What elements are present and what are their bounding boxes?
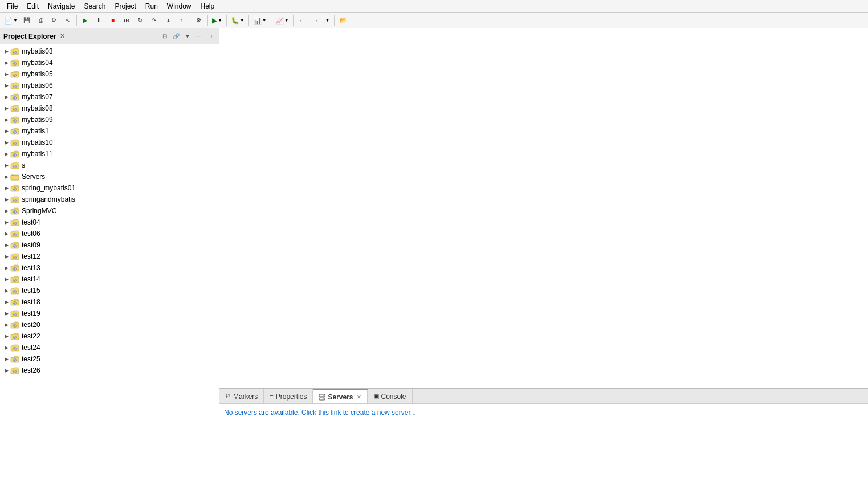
panel-close-button[interactable]: ✕ <box>60 32 65 40</box>
expand-arrow-icon: ▶ <box>2 127 10 135</box>
step-into-button[interactable]: ↴ <box>161 14 174 27</box>
menu-project[interactable]: Project <box>110 1 140 11</box>
svg-point-37 <box>14 189 15 190</box>
tree-item-label: test25 <box>22 355 40 363</box>
tree-item-mybatis11[interactable]: ▶ mybatis11 <box>0 148 219 160</box>
expand-arrow-icon: ▶ <box>2 173 10 181</box>
tree-item-test19[interactable]: ▶ test19 <box>0 308 219 319</box>
tree-item-test04[interactable]: ▶ test04 <box>0 217 219 228</box>
tree-item-test14[interactable]: ▶ test14 <box>0 274 219 285</box>
debug-config-icon: 🐛 <box>231 17 239 25</box>
menu-navigate[interactable]: Navigate <box>43 1 79 11</box>
new-button[interactable]: 📄 ▼ <box>2 14 19 27</box>
expand-arrow-icon: ▶ <box>2 309 10 317</box>
debug-config-button[interactable]: 🐛 ▼ <box>229 14 246 27</box>
stop-button[interactable]: ■ <box>107 14 119 27</box>
tree-item-test06[interactable]: ▶ test06 <box>0 228 219 239</box>
view-menu-button[interactable]: ▼ <box>182 31 193 42</box>
tree-item-test26[interactable]: ▶ test26 <box>0 365 219 376</box>
tree-item-label: test19 <box>22 309 40 317</box>
cursor-tool-button[interactable]: ↖ <box>62 14 74 27</box>
menu-help[interactable]: Help <box>196 1 219 11</box>
tree-item-mybatis03[interactable]: ▶ mybatis03 <box>0 46 219 57</box>
tree-item-mybatis05[interactable]: ▶ mybatis05 <box>0 68 219 80</box>
nav-history-button[interactable]: ▼ <box>323 14 332 27</box>
back-button[interactable]: ← <box>296 14 308 27</box>
console-tab-label: Console <box>381 393 406 401</box>
menu-file[interactable]: File <box>2 1 22 11</box>
tab-properties[interactable]: ≡Properties <box>264 389 313 403</box>
project-icon <box>10 70 19 79</box>
properties-button[interactable]: ⚙ <box>48 14 60 27</box>
project-icon <box>10 161 19 170</box>
expand-arrow-icon: ▶ <box>2 218 10 226</box>
svg-point-8 <box>14 75 15 76</box>
svg-point-58 <box>14 268 15 270</box>
maximize-button[interactable]: □ <box>205 31 215 42</box>
forward-button[interactable]: → <box>309 14 322 27</box>
tree-item-test18[interactable]: ▶ test18 <box>0 296 219 308</box>
menu-window[interactable]: Window <box>162 1 196 11</box>
tree-item-test12[interactable]: ▶ test12 <box>0 251 219 262</box>
tree-item-test13[interactable]: ▶ test13 <box>0 262 219 274</box>
run-button[interactable]: ▶ <box>79 14 92 27</box>
minimize-button[interactable]: ─ <box>194 31 204 42</box>
tree-item-SpringMVC[interactable]: ▶ SpringMVC <box>0 205 219 217</box>
tree-item-label: mybatis10 <box>22 138 53 146</box>
markers-tab-label: Markers <box>233 393 258 401</box>
tree-item-springandmybatis[interactable]: ▶ springandmybatis <box>0 194 219 205</box>
tree-item-mybatis09[interactable]: ▶ mybatis09 <box>0 114 219 125</box>
tree-item-label: s <box>22 161 25 169</box>
run-config-button[interactable]: ▶ ▼ <box>210 14 224 27</box>
profile-button[interactable]: 📈 ▼ <box>274 14 291 27</box>
tree-item-label: mybatis04 <box>22 59 53 67</box>
resume-button[interactable]: ↻ <box>134 14 146 27</box>
tab-markers[interactable]: ⚐Markers <box>219 389 264 403</box>
expand-arrow-icon: ▶ <box>2 344 10 352</box>
tree-item-spring_mybatis01[interactable]: ▶ spring_mybatis01 <box>0 182 219 194</box>
tree-item-mybatis08[interactable]: ▶ mybatis08 <box>0 103 219 114</box>
tab-servers[interactable]: Servers✕ <box>313 389 367 403</box>
tree-item-test09[interactable]: ▶ test09 <box>0 239 219 251</box>
tree-item-mybatis06[interactable]: ▶ mybatis06 <box>0 80 219 91</box>
tree-item-mybatis10[interactable]: ▶ mybatis10 <box>0 137 219 148</box>
open-type-button[interactable]: 📂 <box>337 14 349 27</box>
tree-item-test15[interactable]: ▶ test15 <box>0 285 219 296</box>
expand-arrow-icon: ▶ <box>2 287 10 295</box>
menu-run[interactable]: Run <box>141 1 162 11</box>
right-area: ⚐Markers≡Properties Servers✕▣Console No … <box>219 28 868 502</box>
skip-button[interactable]: ⏭ <box>120 14 133 27</box>
save-button[interactable]: 💾 <box>21 14 33 27</box>
external-tools-button[interactable]: ⚙ <box>193 14 205 27</box>
tree-item-mybatis07[interactable]: ▶ mybatis07 <box>0 91 219 103</box>
tab-console[interactable]: ▣Console <box>368 389 413 403</box>
tree-item-label: SpringMVC <box>22 207 56 215</box>
project-icon <box>10 263 19 272</box>
tree-item-mybatis04[interactable]: ▶ mybatis04 <box>0 57 219 68</box>
project-icon <box>10 366 19 375</box>
expand-arrow-icon: ▶ <box>2 207 10 215</box>
svg-point-29 <box>14 154 15 156</box>
svg-point-49 <box>14 234 15 235</box>
tree-item-test24[interactable]: ▶ test24 <box>0 342 219 353</box>
step-return-button[interactable]: ↑ <box>175 14 188 27</box>
expand-arrow-icon: ▶ <box>2 81 10 89</box>
servers-tab-close-button[interactable]: ✕ <box>357 394 361 400</box>
tree-item-servers-folder[interactable]: ▶ Servers <box>0 171 219 182</box>
tree-item-s[interactable]: ▶ s <box>0 160 219 171</box>
tree-item-test22[interactable]: ▶ test22 <box>0 330 219 342</box>
menu-edit[interactable]: Edit <box>22 1 43 11</box>
coverage-button[interactable]: 📊 ▼ <box>251 14 268 27</box>
step-over-button[interactable]: ↷ <box>148 14 160 27</box>
project-icon <box>10 286 19 295</box>
pause-button[interactable]: ⏸ <box>93 14 105 27</box>
menu-search[interactable]: Search <box>79 1 110 11</box>
tree-item-test20[interactable]: ▶ test20 <box>0 319 219 330</box>
create-server-link[interactable]: No servers are available. Click this lin… <box>224 409 416 417</box>
tree-item-mybatis1[interactable]: ▶ mybatis1 <box>0 125 219 137</box>
tree-item-test25[interactable]: ▶ test25 <box>0 353 219 365</box>
collapse-all-button[interactable]: ⊟ <box>160 31 170 42</box>
print-button[interactable]: 🖨 <box>34 14 47 27</box>
link-with-editor-button[interactable]: 🔗 <box>171 31 181 42</box>
tree-item-label: mybatis08 <box>22 104 53 112</box>
